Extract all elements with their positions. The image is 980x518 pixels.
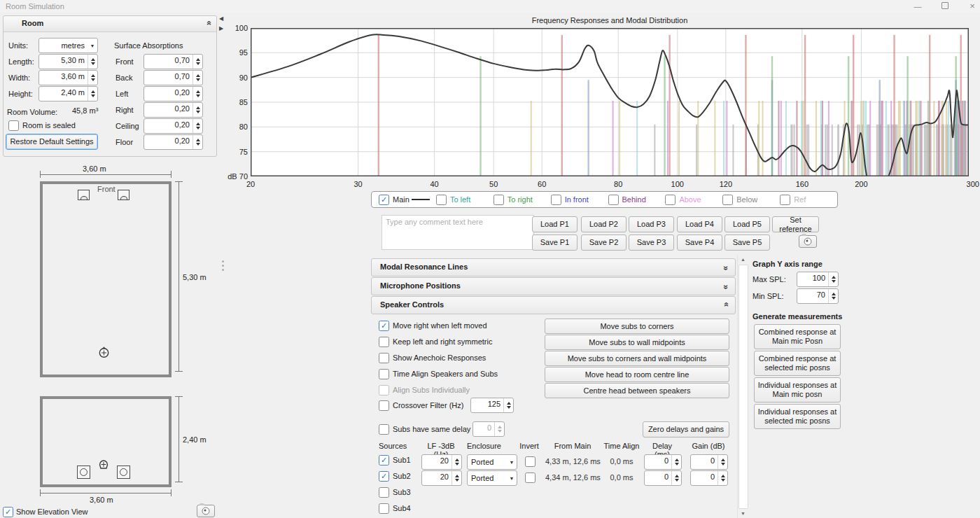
left-speaker-icon[interactable] (78, 190, 90, 200)
left-sub-icon[interactable] (77, 465, 90, 479)
accordion-microphone-positions[interactable]: Microphone Positions» (371, 277, 736, 295)
legend-checkbox[interactable] (722, 195, 733, 205)
sub-enable-checkbox[interactable]: ✓ (379, 455, 389, 465)
zero-delays-gains-button[interactable]: Zero delays and gains (643, 421, 729, 438)
generate-measurement-button[interactable]: Individual responses at Main mic posn (754, 377, 841, 402)
sub-label: Sub4 (393, 504, 411, 512)
save-preset-button[interactable]: Save P3 (629, 234, 674, 251)
collapse-icon[interactable]: » (722, 304, 732, 307)
set-reference-button[interactable]: Set reference (772, 216, 819, 232)
load-preset-button[interactable]: Load P1 (532, 216, 578, 232)
save-preset-button[interactable]: Save P4 (677, 234, 722, 251)
legend-checkbox[interactable] (780, 195, 790, 205)
enclosure-select[interactable]: Ported▼ (467, 470, 517, 486)
sub-position-button[interactable]: Move head to room centre line (545, 367, 729, 382)
lf-cutoff-spinner[interactable]: 20 (421, 454, 462, 470)
controls-scrollbar[interactable]: ▲ ▼ (737, 255, 748, 518)
save-preset-button[interactable]: Save P5 (724, 234, 770, 251)
minimize-icon[interactable]: — (907, 1, 928, 12)
dimension-spinner[interactable]: 3,60 m (38, 70, 98, 85)
legend-checkbox[interactable] (493, 195, 504, 205)
generate-measurement-button[interactable]: Combined response at selected mic posns (754, 351, 841, 376)
save-preset-button[interactable]: Save P1 (532, 234, 578, 251)
absorption-spinner[interactable]: 0,70 (144, 70, 203, 85)
absorption-label: Front (115, 57, 134, 66)
y-tick-label: 80 (210, 122, 248, 131)
sub-position-button[interactable]: Move subs to corners and wall midpoints (545, 351, 729, 366)
legend-checkbox[interactable] (665, 195, 676, 205)
legend-item: Above (665, 195, 722, 205)
sub-position-button[interactable]: Centre head between speakers (545, 383, 729, 398)
speaker-option-checkbox[interactable] (379, 353, 389, 363)
room-panel-header[interactable]: Room » (4, 16, 216, 32)
sub-enable-checkbox[interactable] (379, 487, 389, 498)
scrollbar-thumb[interactable] (738, 265, 748, 509)
chevron-down-icon: ▼ (88, 43, 97, 48)
absorption-spinner[interactable]: 0,20 (144, 118, 203, 134)
listener-head-icon[interactable] (98, 346, 110, 358)
load-preset-button[interactable]: Load P2 (581, 216, 626, 232)
dimension-spinner[interactable]: 5,30 m (38, 54, 98, 69)
load-preset-button[interactable]: Load P4 (677, 216, 722, 232)
legend-checkbox[interactable] (436, 195, 447, 205)
chevron-down-icon: ▼ (507, 460, 517, 465)
restore-defaults-button[interactable]: Restore Default Settings (6, 134, 98, 150)
crossover-checkbox[interactable] (379, 400, 389, 411)
right-sub-icon[interactable] (117, 465, 130, 479)
absorption-spinner[interactable]: 0,70 (144, 54, 203, 69)
speaker-option-checkbox[interactable]: ✓ (379, 321, 389, 331)
maximize-icon[interactable] (934, 1, 955, 12)
save-preset-button[interactable]: Save P2 (581, 234, 626, 251)
legend-label: To right (507, 195, 533, 204)
delay-spinner[interactable]: 0 (644, 454, 682, 470)
legend-checkbox[interactable] (551, 195, 561, 205)
dimension-spinner[interactable]: 2,40 m (38, 86, 98, 102)
sub-position-button[interactable]: Move subs to corners (545, 318, 729, 334)
frequency-response-plot[interactable] (251, 28, 969, 176)
scroll-down-icon[interactable]: ▼ (738, 509, 748, 518)
invert-checkbox[interactable] (525, 456, 536, 467)
max-spl-spinner[interactable]: 100 (797, 272, 839, 287)
scroll-up-icon[interactable]: ▲ (738, 255, 748, 264)
lf-cutoff-spinner[interactable]: 20 (421, 470, 462, 486)
load-preset-button[interactable]: Load P3 (629, 216, 674, 232)
accordion-title: Modal Resonance Lines (380, 262, 468, 271)
units-select[interactable]: metres▼ (38, 38, 98, 53)
speaker-option-checkbox[interactable] (379, 337, 389, 347)
invert-checkbox[interactable] (525, 472, 536, 483)
collapse-left-icon[interactable]: ◀ (219, 15, 223, 22)
chart-snapshot-button[interactable] (799, 235, 817, 248)
expand-icon[interactable]: » (722, 266, 732, 270)
close-icon[interactable]: × (962, 1, 980, 12)
sub-enable-checkbox[interactable] (379, 503, 389, 514)
load-preset-button[interactable]: Load P5 (724, 216, 770, 232)
legend-checkbox[interactable] (608, 195, 619, 205)
gain-spinner[interactable]: 0 (690, 454, 728, 470)
show-elevation-checkbox[interactable]: ✓ (3, 507, 13, 517)
expand-icon[interactable]: » (722, 285, 732, 288)
gain-spinner[interactable]: 0 (690, 470, 728, 486)
absorption-spinner[interactable]: 0,20 (144, 102, 203, 118)
room-sealed-checkbox[interactable] (8, 120, 19, 131)
absorption-spinner[interactable]: 0,20 (144, 134, 203, 150)
generate-measurement-button[interactable]: Combined response at Main mic Posn (754, 324, 841, 349)
sub-enable-checkbox[interactable]: ✓ (379, 471, 389, 482)
min-spl-spinner[interactable]: 70 (797, 288, 839, 304)
same-delay-checkbox[interactable] (379, 424, 389, 435)
generate-measurement-button[interactable]: Individual responses at selected mic pos… (754, 404, 841, 429)
enclosure-select[interactable]: Ported▼ (467, 454, 517, 470)
speaker-option-checkbox[interactable] (379, 385, 389, 396)
accordion-speaker-controls[interactable]: Speaker Controls» (371, 296, 736, 314)
crossover-spinner[interactable]: 125 (470, 398, 514, 413)
capture-image-button[interactable] (197, 505, 215, 517)
legend-checkbox[interactable]: ✓ (379, 195, 389, 205)
absorption-spinner[interactable]: 0,20 (144, 86, 203, 102)
delay-spinner[interactable]: 0 (644, 470, 682, 486)
accordion-modal-resonance-lines[interactable]: Modal Resonance Lines» (371, 258, 736, 276)
comment-input[interactable] (382, 215, 534, 250)
speaker-option-checkbox[interactable] (379, 369, 389, 379)
listener-head-elevation-icon[interactable] (97, 458, 110, 474)
accordion-title: Microphone Positions (380, 281, 461, 290)
right-speaker-icon[interactable] (118, 190, 130, 200)
sub-position-button[interactable]: Move subs to wall midpoints (545, 335, 729, 350)
